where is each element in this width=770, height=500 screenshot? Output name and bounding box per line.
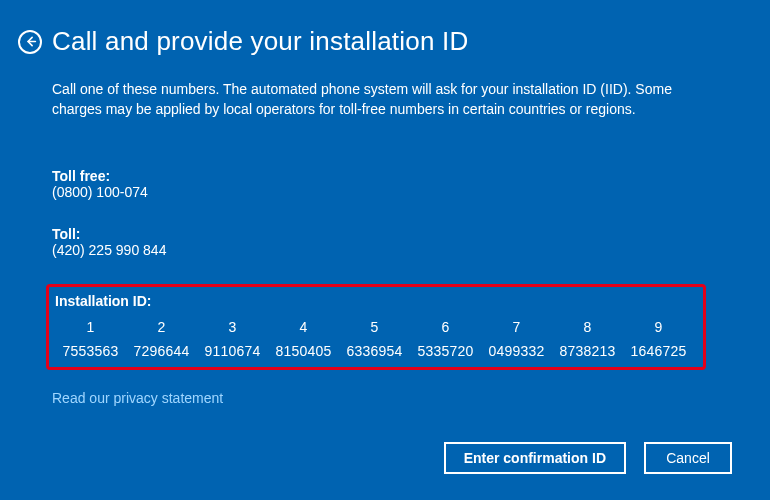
- iid-value: 9110674: [197, 343, 268, 359]
- iid-value: 1646725: [623, 343, 694, 359]
- iid-value: 0499332: [481, 343, 552, 359]
- iid-group: 5 6336954: [339, 319, 410, 359]
- iid-value: 7296644: [126, 343, 197, 359]
- installation-id-label: Installation ID:: [55, 293, 697, 309]
- toll-free-number: (0800) 100-074: [52, 184, 732, 200]
- iid-group: 9 1646725: [623, 319, 694, 359]
- iid-group: 8 8738213: [552, 319, 623, 359]
- iid-index: 5: [339, 319, 410, 335]
- page-description: Call one of these numbers. The automated…: [52, 79, 732, 120]
- toll-block: Toll: (420) 225 990 844: [52, 226, 732, 258]
- toll-free-block: Toll free: (0800) 100-074: [52, 168, 732, 200]
- iid-index: 6: [410, 319, 481, 335]
- toll-number: (420) 225 990 844: [52, 242, 732, 258]
- iid-index: 1: [55, 319, 126, 335]
- iid-index: 8: [552, 319, 623, 335]
- installation-id-table: 1 7553563 2 7296644 3 9110674 4 8150405 …: [55, 319, 697, 359]
- iid-value: 5335720: [410, 343, 481, 359]
- iid-index: 3: [197, 319, 268, 335]
- iid-value: 6336954: [339, 343, 410, 359]
- iid-index: 4: [268, 319, 339, 335]
- iid-index: 9: [623, 319, 694, 335]
- iid-group: 1 7553563: [55, 319, 126, 359]
- iid-group: 4 8150405: [268, 319, 339, 359]
- privacy-statement-link[interactable]: Read our privacy statement: [52, 390, 732, 406]
- installation-id-section: Installation ID: 1 7553563 2 7296644 3 9…: [46, 284, 706, 370]
- iid-group: 2 7296644: [126, 319, 197, 359]
- iid-index: 2: [126, 319, 197, 335]
- iid-group: 6 5335720: [410, 319, 481, 359]
- cancel-button[interactable]: Cancel: [644, 442, 732, 474]
- iid-value: 8150405: [268, 343, 339, 359]
- back-button[interactable]: [18, 30, 42, 54]
- iid-group: 7 0499332: [481, 319, 552, 359]
- iid-group: 3 9110674: [197, 319, 268, 359]
- toll-label: Toll:: [52, 226, 732, 242]
- page-title: Call and provide your installation ID: [52, 26, 468, 57]
- iid-index: 7: [481, 319, 552, 335]
- iid-value: 8738213: [552, 343, 623, 359]
- toll-free-label: Toll free:: [52, 168, 732, 184]
- iid-value: 7553563: [55, 343, 126, 359]
- enter-confirmation-id-button[interactable]: Enter confirmation ID: [444, 442, 626, 474]
- arrow-left-icon: [24, 35, 37, 48]
